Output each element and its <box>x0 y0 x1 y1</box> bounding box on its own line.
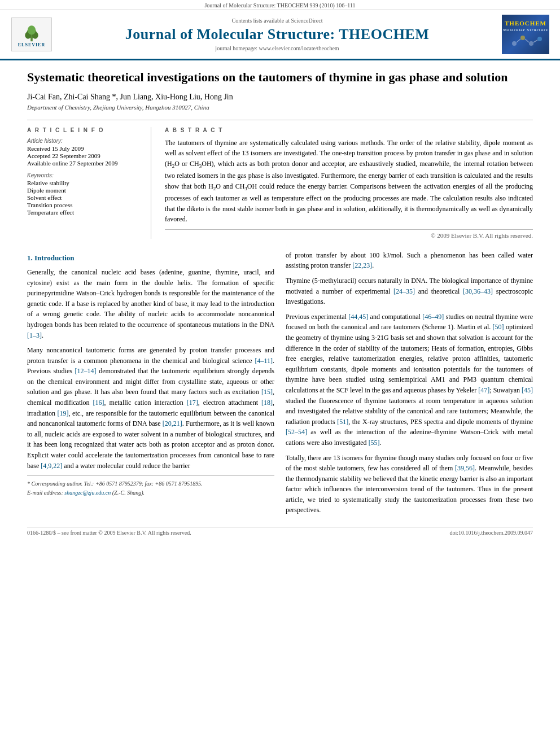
keyword-2: Dipole moment <box>27 187 142 194</box>
bottom-bar: 0166-1280/$ – see front matter © 2009 El… <box>27 527 533 536</box>
footnote-email: E-mail address: shangzc@zju.edu.cn (Z.-C… <box>27 488 274 497</box>
journal-top-bar: Journal of Molecular Structure: THEOCHEM… <box>0 0 560 10</box>
journal-header: ELSEVIER Contents lists available at Sci… <box>0 10 560 60</box>
journal-center: Contents lists available at ScienceDirec… <box>61 15 493 54</box>
issn-line: 0166-1280/$ – see front matter © 2009 El… <box>27 530 191 536</box>
history-label: Article history: <box>27 138 142 144</box>
article-info-col: A R T I C L E I N F O Article history: R… <box>27 127 151 239</box>
elsevier-wordmark: ELSEVIER <box>18 42 45 47</box>
journal-citation: Journal of Molecular Structure: THEOCHEM… <box>204 2 355 8</box>
available-date: Available online 27 September 2009 <box>27 160 142 167</box>
footnote-section: * Corresponding author. Tel.: +86 0571 8… <box>27 475 274 497</box>
copyright-line: © 2009 Elsevier B.V. All rights reserved… <box>165 229 533 239</box>
article-history: Article history: Received 15 July 2009 A… <box>27 138 142 167</box>
right-para-1: of proton transfer by about 100 kJ/mol. … <box>286 250 533 271</box>
svg-point-8 <box>537 37 542 41</box>
elsevier-logo-box: ELSEVIER <box>11 18 52 51</box>
journal-title: Journal of Molecular Structure: THEOCHEM <box>125 26 430 43</box>
svg-line-9 <box>517 39 520 42</box>
doi-line: doi:10.1016/j.theochem.2009.09.047 <box>450 530 533 536</box>
intro-para-1: Generally, the canonical nucleic acid ba… <box>27 267 274 340</box>
article-info-label: A R T I C L E I N F O <box>27 127 142 133</box>
body-two-col: 1. Introduction Generally, the canonical… <box>27 250 533 520</box>
article-content: Systematic theoretical investigations on… <box>0 60 560 545</box>
theochem-wordmark: THEOCHEM <box>505 20 546 27</box>
elsevier-tree-icon <box>20 22 43 42</box>
authors-text: Ji-Cai Fan, Zhi-Cai Shang *, Jun Liang, … <box>27 93 233 101</box>
body-left-col: 1. Introduction Generally, the canonical… <box>27 250 274 520</box>
abstract-text: The tautomers of thymine are systematica… <box>165 138 533 225</box>
keyword-4: Transition process <box>27 202 142 208</box>
authors-line: Ji-Cai Fan, Zhi-Cai Shang *, Jun Liang, … <box>27 93 533 102</box>
theochem-molecule-icon <box>509 32 542 49</box>
right-para-2: Thymine (5-methyluracil) occurs naturall… <box>286 276 533 307</box>
abstract-label: A B S T R A C T <box>165 127 533 133</box>
keywords-label: Keywords: <box>27 172 142 178</box>
theochem-logo-box: THEOCHEM Molecular Structure <box>502 15 549 54</box>
journal-homepage: journal homepage: www.elsevier.com/locat… <box>215 45 339 51</box>
article-title: Systematic theoretical investigations on… <box>27 69 533 86</box>
article-info-abstract-section: A R T I C L E I N F O Article history: R… <box>27 120 533 239</box>
svg-point-5 <box>512 41 517 46</box>
affiliation: Department of Chemistry, Zhejiang Univer… <box>27 104 533 111</box>
intro-heading: 1. Introduction <box>27 252 274 264</box>
accepted-date: Accepted 22 September 2009 <box>27 152 142 159</box>
email-link[interactable]: shangzc@zju.edu.cn <box>64 490 111 496</box>
abstract-col: A B S T R A C T The tautomers of thymine… <box>165 127 533 239</box>
keyword-1: Relative stability <box>27 180 142 186</box>
theochem-logo-sub: Molecular Structure <box>503 28 548 32</box>
footnote-star: * Corresponding author. Tel.: +86 0571 8… <box>27 479 274 488</box>
intro-para-2: Many noncanonical tautomeric forms are g… <box>27 345 274 471</box>
svg-point-4 <box>28 25 36 34</box>
svg-line-10 <box>525 39 529 42</box>
right-para-3: Previous experimental [44,45] and comput… <box>286 312 533 448</box>
svg-point-6 <box>520 36 525 40</box>
received-date: Received 15 July 2009 <box>27 145 142 152</box>
keyword-3: Solvent effect <box>27 194 142 201</box>
svg-line-11 <box>533 40 537 42</box>
keyword-5: Temperature effect <box>27 209 142 216</box>
science-direct-link: Contents lists available at ScienceDirec… <box>231 18 322 24</box>
svg-point-7 <box>529 41 533 46</box>
theochem-logo: THEOCHEM Molecular Structure <box>500 15 551 54</box>
body-right-col: of proton transfer by about 100 kJ/mol. … <box>286 250 533 520</box>
right-para-4: Totally, there are 13 isomers for thymin… <box>286 453 533 516</box>
elsevier-logo: ELSEVIER <box>9 15 54 54</box>
keywords-section: Keywords: Relative stability Dipole mome… <box>27 172 142 216</box>
